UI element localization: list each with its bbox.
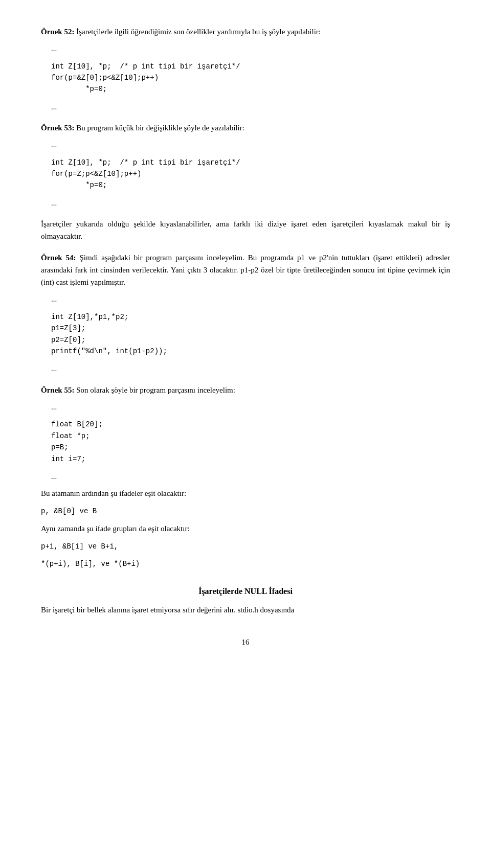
ornek53-ellipsis1: ...: [51, 139, 450, 151]
page-number: 16: [41, 636, 450, 648]
ornek55-ellipsis2: ...: [51, 471, 450, 483]
ornek55-intro-para: Örnek 55: Son olarak şöyle bir program p…: [41, 384, 450, 396]
ornek52-label: Örnek 52:: [41, 28, 74, 36]
section-ornek55: Örnek 55: Son olarak şöyle bir program p…: [41, 384, 450, 570]
ornek54-ellipsis1: ...: [51, 293, 450, 305]
ornek52-code: int Z[10], *p; /* p int tipi bir işaretç…: [41, 59, 450, 97]
ornek54-intro-text: Şimdi aşağıdaki bir program parçasını in…: [79, 254, 244, 262]
ornek55-code: float B[20]; float *p; p=B; int i=7;: [41, 417, 450, 467]
ornek53-intro-text: Bu program küçük bir değişiklikle şöyle …: [76, 124, 244, 132]
ornek55-text1: Bu atamanın ardından şu ifadeler eşit ol…: [41, 487, 450, 499]
section-isaretci-compare: İşaretçiler yukarıda olduğu şekilde kıya…: [41, 218, 450, 242]
ornek52-intro: Örnek 52: İşaretçilerle ilgili öğrendiği…: [41, 26, 450, 38]
ornek54-intro-para: Örnek 54: Şimdi aşağıdaki bir program pa…: [41, 252, 450, 288]
ornek52-ellipsis2: ...: [51, 101, 450, 113]
ornek55-ellipsis1: ...: [51, 401, 450, 413]
section-ornek54: Örnek 54: Şimdi aşağıdaki bir program pa…: [41, 252, 450, 375]
ornek55-equal2: p+i, &B[i] ve B+i,: [41, 540, 450, 552]
ornek53-ellipsis2: ...: [51, 197, 450, 209]
ornek53-code: int Z[10], *p; /* p int tipi bir işaretç…: [41, 155, 450, 193]
ornek55-equal3: *(p+i), B[i], ve *(B+i): [41, 557, 450, 569]
ornek52-intro-text: İşaretçilerle ilgili öğrendiğimiz son öz…: [76, 28, 321, 36]
page-content: Örnek 52: İşaretçilerle ilgili öğrendiği…: [41, 26, 450, 648]
ornek55-text2: Aynı zamanda şu ifade grupları da eşit o…: [41, 522, 450, 535]
ornek55-label: Örnek 55:: [41, 386, 74, 394]
section-ornek52: Örnek 52: İşaretçilerle ilgili öğrendiği…: [41, 26, 450, 112]
isaretci-compare-text: İşaretçiler yukarıda olduğu şekilde kıya…: [41, 218, 450, 242]
section-null: İşaretçilerde NULL İfadesi Bir işaretçi …: [41, 585, 450, 616]
ornek53-label: Örnek 53:: [41, 124, 74, 132]
null-section-text: Bir işaretçi bir bellek alanına işaret e…: [41, 604, 450, 616]
ornek52-ellipsis1: ...: [51, 43, 450, 55]
ornek55-equal1: p, &B[0] ve B: [41, 505, 450, 517]
ornek54-code: int Z[10],*p1,*p2; p1=Z[3]; p2=Z[0]; pri…: [41, 309, 450, 359]
ornek54-label: Örnek 54:: [41, 254, 76, 262]
ornek53-intro: Örnek 53: Bu program küçük bir değişikli…: [41, 122, 450, 134]
null-section-title: İşaretçilerde NULL İfadesi: [41, 585, 450, 598]
section-ornek53: Örnek 53: Bu program küçük bir değişikli…: [41, 122, 450, 209]
ornek55-intro-text: Son olarak şöyle bir program parçasını i…: [76, 386, 235, 394]
ornek54-ellipsis2: ...: [51, 363, 450, 375]
